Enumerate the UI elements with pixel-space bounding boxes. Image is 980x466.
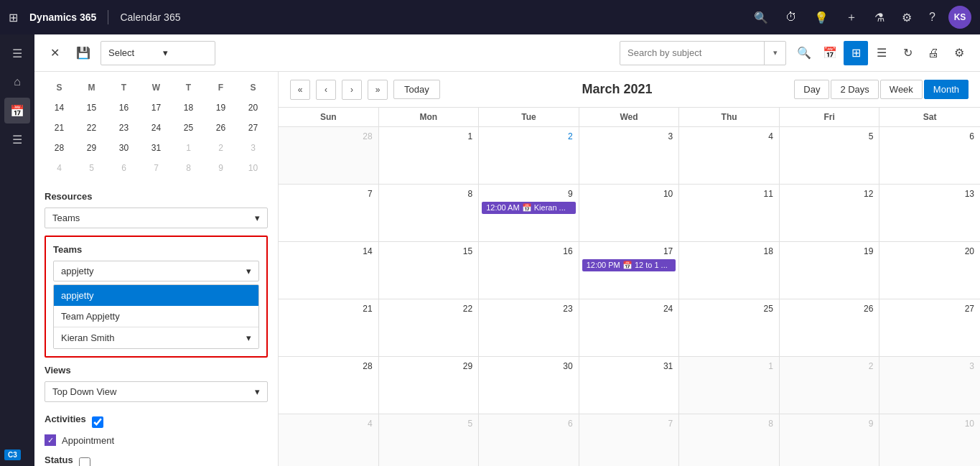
- mini-cal-day[interactable]: 14: [43, 98, 75, 118]
- today-button[interactable]: Today: [393, 80, 440, 99]
- calendar-cell[interactable]: 11: [679, 185, 780, 242]
- teams-option-kieran[interactable]: Kieran Smith ▾: [54, 327, 258, 348]
- teams-dropdown[interactable]: appjetty ▾: [53, 261, 259, 281]
- calendar-cell[interactable]: 3: [879, 357, 980, 414]
- calendar-cell[interactable]: 26: [780, 299, 880, 357]
- calendar-cell[interactable]: 9: [780, 414, 880, 466]
- mini-cal-day[interactable]: 19: [205, 98, 237, 118]
- calendar-cell[interactable]: 3: [579, 127, 680, 185]
- calendar-cell[interactable]: 28: [279, 127, 379, 185]
- day-view-button[interactable]: Day: [794, 80, 829, 99]
- teams-option-appjetty[interactable]: appjetty: [54, 285, 258, 306]
- views-dropdown[interactable]: Top Down View ▾: [45, 381, 268, 402]
- settings-button[interactable]: ⚙: [947, 41, 971, 65]
- activities-checkbox[interactable]: [92, 416, 103, 428]
- print-button[interactable]: 🖨: [921, 41, 946, 65]
- grid-view-button[interactable]: ⊞: [844, 41, 868, 65]
- next-button[interactable]: ›: [342, 80, 362, 100]
- calendar-cell[interactable]: 31: [579, 357, 680, 414]
- mini-cal-day[interactable]: 16: [108, 98, 140, 118]
- two-days-view-button[interactable]: 2 Days: [831, 80, 878, 99]
- calendar-cell[interactable]: 912:00 AM 📅 Kieran ...: [479, 185, 579, 242]
- mini-cal-day[interactable]: 31: [140, 138, 172, 158]
- filter-icon[interactable]: ⚗: [870, 11, 889, 24]
- search-button[interactable]: 🔍: [792, 41, 816, 65]
- refresh-button[interactable]: ↻: [895, 41, 920, 65]
- mini-cal-day[interactable]: 18: [172, 98, 205, 118]
- calendar-cell[interactable]: 2: [479, 127, 579, 185]
- prev-prev-button[interactable]: «: [290, 80, 310, 100]
- home-icon[interactable]: ⌂: [4, 69, 30, 95]
- calendar-cell[interactable]: 14: [279, 242, 379, 299]
- grid-icon[interactable]: ⊞: [9, 11, 18, 24]
- list-view-button[interactable]: ☰: [869, 41, 894, 65]
- save-button[interactable]: 💾: [72, 42, 95, 65]
- calendar-cell[interactable]: 10: [579, 185, 680, 242]
- calendar-icon[interactable]: 📅: [4, 98, 30, 124]
- settings-icon[interactable]: ⚙: [897, 11, 916, 24]
- mini-cal-day[interactable]: 27: [237, 118, 269, 138]
- plus-icon[interactable]: ＋: [841, 10, 862, 25]
- search-dropdown-icon[interactable]: ▾: [764, 42, 785, 65]
- calendar-event[interactable]: 12:00 AM 📅 Kieran ...: [482, 202, 576, 214]
- mini-cal-day[interactable]: 29: [75, 138, 108, 158]
- next-next-button[interactable]: »: [368, 80, 388, 100]
- select-dropdown[interactable]: Select ▾: [101, 41, 215, 65]
- calendar-cell[interactable]: 5: [780, 127, 880, 185]
- calendar-cell[interactable]: 10: [879, 414, 980, 466]
- search-input[interactable]: [620, 47, 764, 58]
- mini-cal-day[interactable]: 24: [140, 118, 172, 138]
- calendar-cell[interactable]: 28: [279, 357, 379, 414]
- calendar-cell[interactable]: 6: [879, 127, 980, 185]
- calendar-cell[interactable]: 15: [379, 242, 480, 299]
- calendar-cell[interactable]: 29: [379, 357, 480, 414]
- lightbulb-icon[interactable]: 💡: [810, 11, 833, 24]
- calendar-cell[interactable]: 20: [879, 242, 980, 299]
- calendar-cell[interactable]: 1: [679, 357, 780, 414]
- calendar-cell[interactable]: 18: [679, 242, 780, 299]
- calendar-cell[interactable]: 27: [879, 299, 980, 357]
- month-view-button[interactable]: Month: [924, 80, 969, 99]
- mini-cal-day[interactable]: 6: [108, 158, 140, 178]
- mini-cal-day[interactable]: 7: [140, 158, 172, 178]
- mini-cal-day[interactable]: 8: [172, 158, 205, 178]
- prev-button[interactable]: ‹: [316, 80, 336, 100]
- mini-cal-day[interactable]: 21: [43, 118, 75, 138]
- mini-cal-day[interactable]: 3: [237, 138, 269, 158]
- calendar-cell[interactable]: 19: [780, 242, 880, 299]
- mini-cal-day[interactable]: 26: [205, 118, 237, 138]
- list-icon[interactable]: ☰: [4, 126, 30, 152]
- mini-cal-day[interactable]: 22: [75, 118, 108, 138]
- mini-cal-day[interactable]: 25: [172, 118, 205, 138]
- mini-cal-day[interactable]: 2: [205, 138, 237, 158]
- mini-cal-day[interactable]: 4: [43, 158, 75, 178]
- calendar-cell[interactable]: 1712:00 PM 📅 12 to 1 ...: [579, 242, 680, 299]
- close-button[interactable]: ✕: [43, 42, 66, 65]
- mini-cal-day[interactable]: 5: [75, 158, 108, 178]
- calendar-cell[interactable]: 7: [279, 185, 379, 242]
- calendar-picker-button[interactable]: 📅: [818, 41, 842, 65]
- mini-cal-day[interactable]: 1: [172, 138, 205, 158]
- help-icon[interactable]: ?: [925, 11, 940, 24]
- calendar-cell[interactable]: 5: [379, 414, 480, 466]
- mini-cal-day[interactable]: 28: [43, 138, 75, 158]
- teams-option-team-appjetty[interactable]: Team Appjetty: [54, 306, 258, 327]
- week-view-button[interactable]: Week: [880, 80, 923, 99]
- calendar-cell[interactable]: 16: [479, 242, 579, 299]
- calendar-cell[interactable]: 23: [479, 299, 579, 357]
- calendar-cell[interactable]: 4: [679, 127, 780, 185]
- clock-icon[interactable]: ⏱: [781, 11, 801, 24]
- calendar-cell[interactable]: 7: [579, 414, 680, 466]
- calendar-cell[interactable]: 1: [379, 127, 480, 185]
- calendar-cell[interactable]: 21: [279, 299, 379, 357]
- hamburger-icon[interactable]: ☰: [4, 40, 30, 66]
- calendar-cell[interactable]: 12: [780, 185, 880, 242]
- calendar-cell[interactable]: 8: [379, 185, 480, 242]
- calendar-event[interactable]: 12:00 PM 📅 12 to 1 ...: [582, 259, 676, 271]
- search-icon[interactable]: 🔍: [750, 11, 773, 24]
- calendar-cell[interactable]: 22: [379, 299, 480, 357]
- mini-cal-day[interactable]: 17: [140, 98, 172, 118]
- calendar-cell[interactable]: 2: [780, 357, 880, 414]
- mini-cal-day[interactable]: 20: [237, 98, 269, 118]
- calendar-cell[interactable]: 13: [879, 185, 980, 242]
